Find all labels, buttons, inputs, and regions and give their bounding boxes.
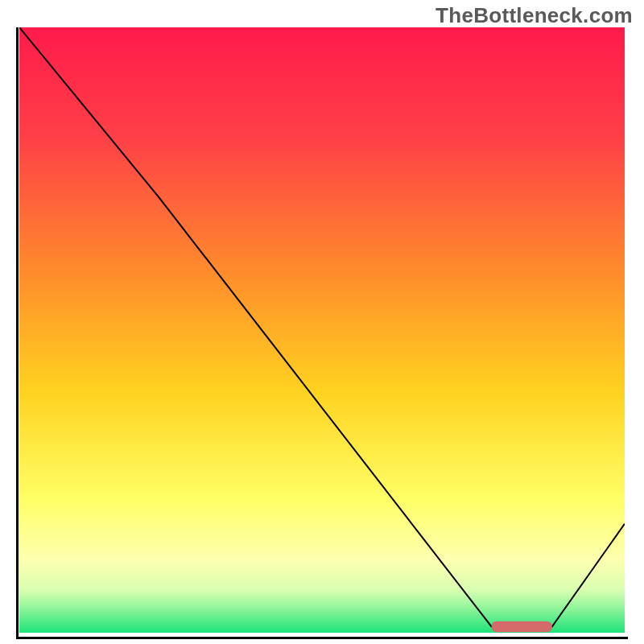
plot-inner bbox=[19, 27, 625, 633]
y-axis-line bbox=[16, 27, 19, 639]
chart-stage: TheBottleneck.com bbox=[0, 0, 644, 644]
watermark-text: TheBottleneck.com bbox=[436, 3, 633, 28]
plot-area bbox=[16, 27, 628, 639]
svg-rect-1 bbox=[492, 621, 552, 633]
optimal-range-marker bbox=[19, 27, 625, 633]
x-axis-line bbox=[16, 637, 628, 639]
